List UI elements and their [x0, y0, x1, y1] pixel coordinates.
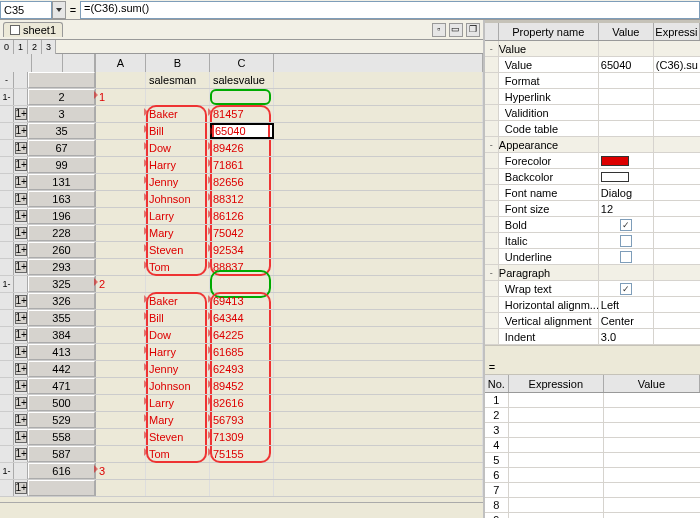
- cell-empty[interactable]: [274, 412, 483, 428]
- expand-button[interactable]: 1+: [15, 312, 27, 324]
- property-expression[interactable]: [654, 233, 700, 248]
- outline-gutter-1[interactable]: 1-: [0, 463, 14, 479]
- cell-C[interactable]: 65040: [210, 123, 274, 139]
- cell-C[interactable]: 62493: [210, 361, 274, 377]
- cell-A[interactable]: [96, 344, 146, 360]
- cell-B[interactable]: Mary: [146, 412, 210, 428]
- expr-cell[interactable]: [509, 453, 604, 467]
- tree-toggle-icon[interactable]: -: [485, 41, 499, 56]
- cell-B[interactable]: Mary: [146, 225, 210, 241]
- cell-reference-box[interactable]: C35: [0, 1, 52, 19]
- property-value[interactable]: Dialog: [599, 185, 654, 200]
- row-header[interactable]: 500: [28, 395, 95, 411]
- cell-A[interactable]: [96, 157, 146, 173]
- outline-gutter-1[interactable]: [0, 446, 14, 462]
- outline-gutter-1[interactable]: [0, 344, 14, 360]
- property-name[interactable]: Font name: [499, 185, 599, 200]
- property-expression[interactable]: [654, 121, 700, 136]
- row-header[interactable]: 558: [28, 429, 95, 445]
- expr-header-no[interactable]: No.: [485, 375, 509, 392]
- cell-C[interactable]: 88837: [210, 259, 274, 275]
- cell-B[interactable]: Baker: [146, 293, 210, 309]
- cell-B[interactable]: Bill: [146, 123, 210, 139]
- row-header[interactable]: 2: [28, 89, 95, 105]
- cell-A[interactable]: [96, 378, 146, 394]
- row-header[interactable]: 131: [28, 174, 95, 190]
- cell-empty[interactable]: [274, 242, 483, 258]
- cell-A[interactable]: [96, 480, 146, 496]
- property-name[interactable]: Validition: [499, 105, 599, 120]
- checkbox-icon[interactable]: ✓: [620, 283, 632, 295]
- outline-gutter-1[interactable]: [0, 293, 14, 309]
- cell-B[interactable]: Tom: [146, 446, 210, 462]
- outline-gutter-1[interactable]: [0, 106, 14, 122]
- outline-level-0[interactable]: 0: [0, 40, 14, 54]
- expand-button[interactable]: 1+: [15, 448, 27, 460]
- property-expression[interactable]: [654, 41, 700, 56]
- cell-A[interactable]: [96, 259, 146, 275]
- cell-C[interactable]: 75155: [210, 446, 274, 462]
- property-name[interactable]: Value: [499, 41, 599, 56]
- property-name[interactable]: Hyperlink: [499, 89, 599, 104]
- formula-input[interactable]: =(C36).sum(): [80, 1, 700, 19]
- outline-gutter-2[interactable]: [14, 463, 28, 479]
- cell-A[interactable]: 2: [96, 276, 146, 292]
- expr-cell[interactable]: [509, 483, 604, 497]
- expand-button[interactable]: 1+: [15, 329, 27, 341]
- row-header[interactable]: 471: [28, 378, 95, 394]
- cell-empty[interactable]: [274, 378, 483, 394]
- cell-C[interactable]: 82616: [210, 395, 274, 411]
- checkbox-icon[interactable]: [620, 235, 632, 247]
- property-value[interactable]: [599, 89, 654, 104]
- property-value[interactable]: Center: [599, 313, 654, 328]
- cell-empty[interactable]: [274, 446, 483, 462]
- cell-empty[interactable]: [274, 293, 483, 309]
- property-name[interactable]: Bold: [499, 217, 599, 232]
- expr-value-cell[interactable]: [604, 423, 700, 437]
- property-value[interactable]: 3.0: [599, 329, 654, 344]
- outline-gutter-2[interactable]: 1+: [14, 106, 28, 122]
- cell-B[interactable]: Tom: [146, 259, 210, 275]
- cell-B[interactable]: Harry: [146, 157, 210, 173]
- window-max-icon[interactable]: ▭: [449, 23, 463, 37]
- cell-B[interactable]: [146, 276, 210, 292]
- cell-empty[interactable]: [274, 276, 483, 292]
- outline-level-3[interactable]: 3: [42, 40, 56, 54]
- property-expression[interactable]: [654, 217, 700, 232]
- cell-A[interactable]: [96, 174, 146, 190]
- prop-header-value[interactable]: Value: [599, 23, 654, 40]
- tree-toggle-icon[interactable]: -: [485, 137, 499, 152]
- row-header[interactable]: 325: [28, 276, 95, 292]
- row-header[interactable]: 529: [28, 412, 95, 428]
- property-value[interactable]: ✓: [599, 281, 654, 296]
- expand-button[interactable]: 1+: [15, 210, 27, 222]
- expand-button[interactable]: 1+: [15, 414, 27, 426]
- property-value[interactable]: [599, 137, 654, 152]
- expression-row[interactable]: 1: [485, 393, 700, 408]
- expression-row[interactable]: 2: [485, 408, 700, 423]
- cell-empty[interactable]: [274, 157, 483, 173]
- checkbox-icon[interactable]: ✓: [620, 219, 632, 231]
- expr-value-cell[interactable]: [604, 393, 700, 407]
- outline-gutter-1[interactable]: [0, 174, 14, 190]
- property-expression[interactable]: [654, 265, 700, 280]
- property-value[interactable]: [599, 249, 654, 264]
- expression-row[interactable]: 5: [485, 453, 700, 468]
- property-name[interactable]: Code table: [499, 121, 599, 136]
- outline-gutter-2[interactable]: 1+: [14, 259, 28, 275]
- cell-empty[interactable]: [274, 123, 483, 139]
- cell-empty[interactable]: [274, 89, 483, 105]
- row-header[interactable]: 196: [28, 208, 95, 224]
- expression-row[interactable]: 4: [485, 438, 700, 453]
- expr-value-cell[interactable]: [604, 483, 700, 497]
- cell-B[interactable]: Dow: [146, 327, 210, 343]
- expr-cell[interactable]: [509, 393, 604, 407]
- cell-A[interactable]: [96, 310, 146, 326]
- outline-gutter-1[interactable]: [0, 310, 14, 326]
- outline-gutter-2[interactable]: 1+: [14, 412, 28, 428]
- expression-row[interactable]: 3: [485, 423, 700, 438]
- outline-gutter-2[interactable]: 1+: [14, 344, 28, 360]
- property-name[interactable]: Italic: [499, 233, 599, 248]
- expr-cell[interactable]: [509, 423, 604, 437]
- row-header[interactable]: 228: [28, 225, 95, 241]
